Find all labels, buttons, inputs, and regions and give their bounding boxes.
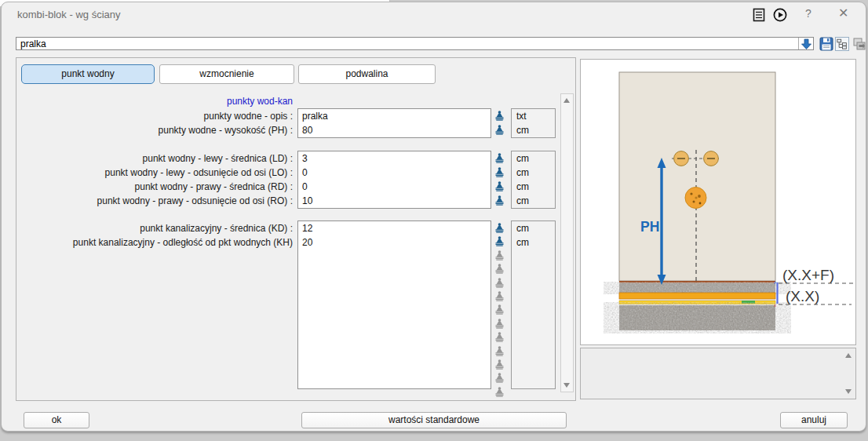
unit-value: cm <box>512 166 555 180</box>
unit-value: cm <box>512 221 555 235</box>
wall-face <box>619 72 775 281</box>
floor-top-line <box>619 281 775 283</box>
stamp-icon-disabled <box>494 319 505 329</box>
stamp-icon-disabled <box>494 387 505 397</box>
form-panel: punkt wodny wzmocnienie podwalina punkty… <box>16 57 576 401</box>
value-group-3[interactable]: 12 20 <box>297 220 491 389</box>
gravel-layer-lower <box>619 305 775 330</box>
value-kd[interactable]: 12 <box>298 221 491 235</box>
close-icon[interactable]: ✕ <box>838 5 848 20</box>
tab-punkt-wodny[interactable]: punkt wodny <box>21 64 155 84</box>
unit-group-2: cm cm cm cm <box>511 151 556 209</box>
value-rd[interactable]: 0 <box>298 180 491 194</box>
cancel-button[interactable]: anuluj <box>780 412 848 428</box>
value-group-1[interactable]: pralka 80 <box>297 108 491 138</box>
stamp-icon[interactable] <box>494 167 505 177</box>
stamp-icon-disabled <box>494 346 505 356</box>
wall-section-diagram: PH z x (X.X+F) (X.X) <box>581 60 855 344</box>
standard-values-button[interactable]: wartości standardowe <box>301 412 567 428</box>
help-icon[interactable]: ? <box>805 7 811 20</box>
field-label: punkt kanalizacyjny - średnica (KD) : <box>140 221 293 235</box>
stamp-icon-disabled <box>494 373 505 383</box>
scroll-down-icon[interactable] <box>845 389 852 394</box>
dialog-kombi-blok: kombi-blok - wg ściany ? ✕ <box>1 2 866 432</box>
gravel-layer-upper <box>619 283 775 293</box>
form-scrollbar[interactable] <box>560 93 574 392</box>
x-axis-marker: x <box>774 303 776 308</box>
section-header: punkty wod-kan <box>227 96 293 107</box>
unit-group-3: cm cm <box>511 220 556 389</box>
stamp-icon[interactable] <box>494 195 505 206</box>
field-label: punkt wodny - lewy - odsunięcie od osi (… <box>105 166 293 180</box>
value-kh[interactable]: 20 <box>298 235 491 250</box>
field-label: punkt wodny - lewy - średnica (LD) : <box>143 151 293 166</box>
value-opis[interactable]: pralka <box>298 109 491 123</box>
field-label: punkt wodny - prawy - odsunięcie od osi … <box>97 194 293 208</box>
field-label: punkty wodne - wysokość (PH) : <box>159 123 293 137</box>
block-name-input[interactable] <box>16 38 797 49</box>
ph-label: PH <box>640 219 659 235</box>
stamp-icon[interactable] <box>494 236 505 246</box>
ok-button[interactable]: ok <box>24 412 89 428</box>
dim-label-top: (X.X+F) <box>782 267 834 283</box>
stamp-icon-disabled <box>494 264 505 274</box>
tab-podwalina[interactable]: podwalina <box>298 64 436 84</box>
unit-value: cm <box>512 151 555 166</box>
copy-window-icon[interactable] <box>852 37 866 51</box>
block-name-combobox[interactable] <box>16 37 814 50</box>
unit-value: cm <box>512 123 555 137</box>
value-group-2[interactable]: 3 0 0 10 <box>297 151 491 209</box>
stamp-icon[interactable] <box>494 111 505 121</box>
tree-hierarchy-icon[interactable] <box>835 37 849 51</box>
insulation-layer <box>619 293 775 299</box>
stamp-icon[interactable] <box>494 181 505 191</box>
stamp-icon-disabled <box>494 332 505 342</box>
stamp-icon[interactable] <box>494 223 505 233</box>
stamp-icon-disabled <box>494 291 505 301</box>
green-marker <box>742 301 755 303</box>
z-axis-marker: z <box>774 280 776 285</box>
stamp-icon-disabled <box>494 250 505 261</box>
save-icon[interactable] <box>819 37 833 51</box>
stamp-icon[interactable] <box>494 125 505 135</box>
value-wysokosc[interactable]: 80 <box>298 123 491 137</box>
unit-group-1: txt cm <box>511 108 556 138</box>
unit-value: cm <box>512 235 555 250</box>
stamp-icon-disabled <box>494 304 505 315</box>
preview-panel: PH z x (X.X+F) (X.X) <box>580 59 856 345</box>
scroll-down-icon[interactable] <box>563 383 570 388</box>
field-label: punkty wodne - opis : <box>204 109 293 123</box>
scroll-up-icon[interactable] <box>563 98 570 103</box>
play-circle-icon[interactable] <box>773 8 787 22</box>
unit-value: cm <box>512 194 555 208</box>
unit-value: txt <box>512 109 555 123</box>
value-ld[interactable]: 3 <box>298 151 491 166</box>
stamp-icon-disabled <box>494 359 505 370</box>
unit-value: cm <box>512 180 555 194</box>
scroll-up-icon[interactable] <box>845 353 852 358</box>
value-ro[interactable]: 10 <box>298 194 491 208</box>
dim-label-bottom: (X.X) <box>786 288 819 304</box>
dropdown-arrow-icon <box>800 38 813 50</box>
dialog-title: kombi-blok - wg ściany <box>17 9 121 20</box>
combo-dropdown-button[interactable] <box>798 38 813 49</box>
field-label: punkt kanalizacyjny - odległość od pkt w… <box>73 235 293 250</box>
stamp-icon-disabled <box>494 278 505 288</box>
field-label: punkt wodny - prawy - średnica (RD) : <box>135 180 293 194</box>
tab-wzmocnienie[interactable]: wzmocnienie <box>159 64 294 84</box>
document-lines-icon[interactable] <box>752 8 766 22</box>
stamp-icon[interactable] <box>494 153 505 163</box>
drain-point <box>685 188 706 209</box>
info-box[interactable] <box>580 348 856 399</box>
value-lo[interactable]: 0 <box>298 166 491 180</box>
